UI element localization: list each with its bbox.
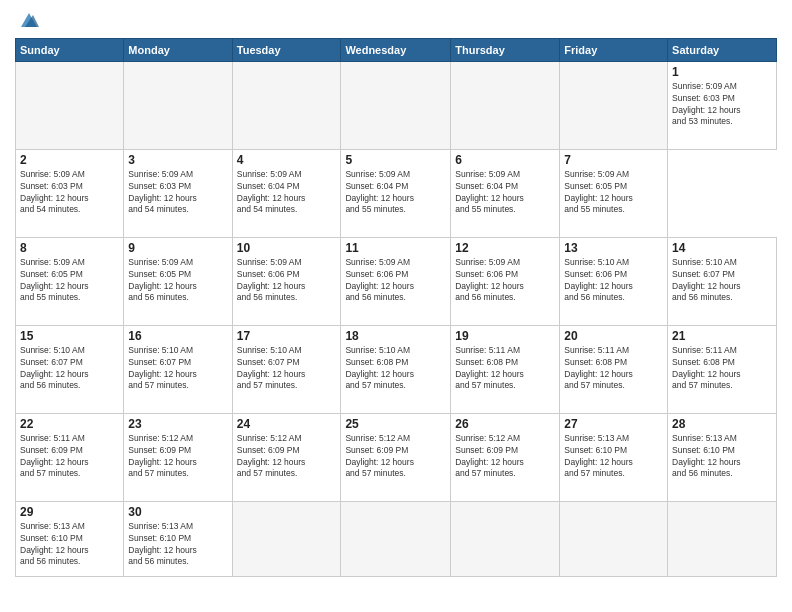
calendar-day-cell: 30Sunrise: 5:13 AMSunset: 6:10 PMDayligh…: [124, 501, 232, 576]
day-info: Sunrise: 5:09 AMSunset: 6:03 PMDaylight:…: [128, 169, 227, 217]
day-number: 28: [672, 417, 772, 431]
day-info: Sunrise: 5:10 AMSunset: 6:07 PMDaylight:…: [20, 345, 119, 393]
calendar-day-cell: 9Sunrise: 5:09 AMSunset: 6:05 PMDaylight…: [124, 237, 232, 325]
calendar-header-row: SundayMondayTuesdayWednesdayThursdayFrid…: [16, 38, 777, 61]
day-number: 5: [345, 153, 446, 167]
calendar-day-cell: 2Sunrise: 5:09 AMSunset: 6:03 PMDaylight…: [16, 149, 124, 237]
day-number: 11: [345, 241, 446, 255]
day-number: 13: [564, 241, 663, 255]
calendar-day-cell: [451, 501, 560, 576]
calendar-day-cell: 4Sunrise: 5:09 AMSunset: 6:04 PMDaylight…: [232, 149, 341, 237]
calendar-day-cell: 7Sunrise: 5:09 AMSunset: 6:05 PMDaylight…: [560, 149, 668, 237]
empty-day-cell: [16, 61, 124, 149]
calendar-day-cell: 25Sunrise: 5:12 AMSunset: 6:09 PMDayligh…: [341, 413, 451, 501]
day-number: 26: [455, 417, 555, 431]
day-info: Sunrise: 5:09 AMSunset: 6:06 PMDaylight:…: [345, 257, 446, 305]
day-info: Sunrise: 5:09 AMSunset: 6:06 PMDaylight:…: [455, 257, 555, 305]
empty-day-cell: [341, 61, 451, 149]
calendar-day-cell: 11Sunrise: 5:09 AMSunset: 6:06 PMDayligh…: [341, 237, 451, 325]
day-info: Sunrise: 5:09 AMSunset: 6:05 PMDaylight:…: [564, 169, 663, 217]
calendar-day-cell: 23Sunrise: 5:12 AMSunset: 6:09 PMDayligh…: [124, 413, 232, 501]
calendar-day-cell: 14Sunrise: 5:10 AMSunset: 6:07 PMDayligh…: [668, 237, 777, 325]
day-number: 7: [564, 153, 663, 167]
day-info: Sunrise: 5:10 AMSunset: 6:06 PMDaylight:…: [564, 257, 663, 305]
day-info: Sunrise: 5:12 AMSunset: 6:09 PMDaylight:…: [237, 433, 337, 481]
day-number: 2: [20, 153, 119, 167]
day-info: Sunrise: 5:11 AMSunset: 6:08 PMDaylight:…: [455, 345, 555, 393]
day-number: 20: [564, 329, 663, 343]
day-info: Sunrise: 5:11 AMSunset: 6:09 PMDaylight:…: [20, 433, 119, 481]
day-number: 27: [564, 417, 663, 431]
day-number: 15: [20, 329, 119, 343]
day-of-week-sunday: Sunday: [16, 38, 124, 61]
calendar-day-cell: 1Sunrise: 5:09 AMSunset: 6:03 PMDaylight…: [668, 61, 777, 149]
logo-text: [15, 10, 39, 30]
page-header: [15, 10, 777, 30]
calendar-day-cell: 21Sunrise: 5:11 AMSunset: 6:08 PMDayligh…: [668, 325, 777, 413]
day-info: Sunrise: 5:12 AMSunset: 6:09 PMDaylight:…: [345, 433, 446, 481]
calendar-day-cell: 24Sunrise: 5:12 AMSunset: 6:09 PMDayligh…: [232, 413, 341, 501]
empty-day-cell: [451, 61, 560, 149]
calendar-day-cell: 13Sunrise: 5:10 AMSunset: 6:06 PMDayligh…: [560, 237, 668, 325]
day-info: Sunrise: 5:09 AMSunset: 6:04 PMDaylight:…: [345, 169, 446, 217]
day-number: 12: [455, 241, 555, 255]
day-number: 30: [128, 505, 227, 519]
day-info: Sunrise: 5:12 AMSunset: 6:09 PMDaylight:…: [128, 433, 227, 481]
calendar-day-cell: 15Sunrise: 5:10 AMSunset: 6:07 PMDayligh…: [16, 325, 124, 413]
day-number: 1: [672, 65, 772, 79]
day-number: 19: [455, 329, 555, 343]
logo: [15, 10, 21, 30]
calendar-day-cell: 16Sunrise: 5:10 AMSunset: 6:07 PMDayligh…: [124, 325, 232, 413]
calendar-day-cell: 20Sunrise: 5:11 AMSunset: 6:08 PMDayligh…: [560, 325, 668, 413]
calendar-day-cell: 22Sunrise: 5:11 AMSunset: 6:09 PMDayligh…: [16, 413, 124, 501]
calendar-day-cell: [668, 501, 777, 576]
day-number: 21: [672, 329, 772, 343]
day-info: Sunrise: 5:10 AMSunset: 6:07 PMDaylight:…: [672, 257, 772, 305]
day-info: Sunrise: 5:10 AMSunset: 6:07 PMDaylight:…: [237, 345, 337, 393]
day-number: 9: [128, 241, 227, 255]
page-container: SundayMondayTuesdayWednesdayThursdayFrid…: [0, 0, 792, 612]
calendar-week-row: 29Sunrise: 5:13 AMSunset: 6:10 PMDayligh…: [16, 501, 777, 576]
day-of-week-monday: Monday: [124, 38, 232, 61]
day-info: Sunrise: 5:10 AMSunset: 6:08 PMDaylight:…: [345, 345, 446, 393]
calendar-day-cell: 27Sunrise: 5:13 AMSunset: 6:10 PMDayligh…: [560, 413, 668, 501]
calendar-day-cell: 26Sunrise: 5:12 AMSunset: 6:09 PMDayligh…: [451, 413, 560, 501]
day-info: Sunrise: 5:12 AMSunset: 6:09 PMDaylight:…: [455, 433, 555, 481]
calendar-day-cell: 5Sunrise: 5:09 AMSunset: 6:04 PMDaylight…: [341, 149, 451, 237]
day-number: 16: [128, 329, 227, 343]
day-info: Sunrise: 5:09 AMSunset: 6:06 PMDaylight:…: [237, 257, 337, 305]
day-info: Sunrise: 5:10 AMSunset: 6:07 PMDaylight:…: [128, 345, 227, 393]
day-number: 6: [455, 153, 555, 167]
logo-icon: [17, 11, 39, 29]
day-of-week-wednesday: Wednesday: [341, 38, 451, 61]
day-info: Sunrise: 5:09 AMSunset: 6:05 PMDaylight:…: [128, 257, 227, 305]
calendar-day-cell: [232, 501, 341, 576]
day-info: Sunrise: 5:09 AMSunset: 6:05 PMDaylight:…: [20, 257, 119, 305]
day-number: 3: [128, 153, 227, 167]
calendar-day-cell: 18Sunrise: 5:10 AMSunset: 6:08 PMDayligh…: [341, 325, 451, 413]
day-number: 22: [20, 417, 119, 431]
day-info: Sunrise: 5:09 AMSunset: 6:04 PMDaylight:…: [455, 169, 555, 217]
calendar-week-row: 1Sunrise: 5:09 AMSunset: 6:03 PMDaylight…: [16, 61, 777, 149]
calendar-day-cell: 28Sunrise: 5:13 AMSunset: 6:10 PMDayligh…: [668, 413, 777, 501]
day-info: Sunrise: 5:13 AMSunset: 6:10 PMDaylight:…: [564, 433, 663, 481]
day-number: 8: [20, 241, 119, 255]
calendar-day-cell: 29Sunrise: 5:13 AMSunset: 6:10 PMDayligh…: [16, 501, 124, 576]
day-number: 25: [345, 417, 446, 431]
empty-day-cell: [560, 61, 668, 149]
day-of-week-thursday: Thursday: [451, 38, 560, 61]
day-number: 14: [672, 241, 772, 255]
day-number: 29: [20, 505, 119, 519]
day-info: Sunrise: 5:09 AMSunset: 6:04 PMDaylight:…: [237, 169, 337, 217]
calendar-day-cell: 19Sunrise: 5:11 AMSunset: 6:08 PMDayligh…: [451, 325, 560, 413]
day-number: 23: [128, 417, 227, 431]
day-number: 4: [237, 153, 337, 167]
empty-day-cell: [124, 61, 232, 149]
day-info: Sunrise: 5:11 AMSunset: 6:08 PMDaylight:…: [672, 345, 772, 393]
day-number: 18: [345, 329, 446, 343]
empty-day-cell: [232, 61, 341, 149]
calendar-day-cell: 10Sunrise: 5:09 AMSunset: 6:06 PMDayligh…: [232, 237, 341, 325]
calendar-week-row: 2Sunrise: 5:09 AMSunset: 6:03 PMDaylight…: [16, 149, 777, 237]
calendar-day-cell: [341, 501, 451, 576]
calendar-day-cell: [560, 501, 668, 576]
